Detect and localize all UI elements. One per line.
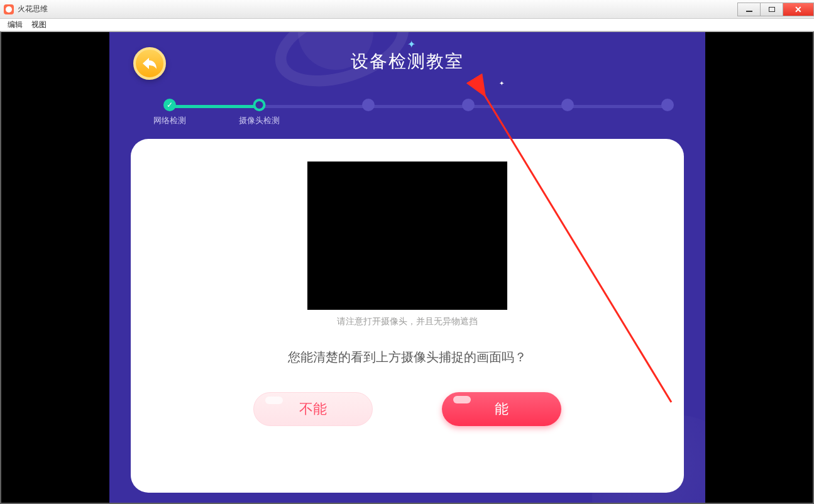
- step-6: [661, 99, 674, 115]
- yes-button-label: 能: [495, 400, 509, 419]
- window-controls: ✕: [737, 3, 814, 16]
- titlebar-left: 火花思维: [4, 4, 48, 14]
- step-5: [561, 99, 574, 115]
- step-pending-icon: [362, 99, 375, 111]
- camera-preview: [307, 162, 507, 310]
- step-current-icon: [253, 99, 265, 111]
- step-camera: 摄像头检测: [239, 99, 280, 126]
- step-pending-icon: [462, 99, 475, 111]
- menubar: 编辑 视图: [0, 19, 814, 31]
- minimize-icon: [746, 11, 752, 12]
- decoration-sparkle: ✦: [499, 80, 504, 87]
- step-label: 摄像头检测: [239, 115, 280, 126]
- step-pending-icon: [661, 99, 674, 111]
- progress-bar: ✓ 网络检测 摄像头检测: [170, 99, 668, 114]
- decoration-sparkle: ✦: [407, 38, 415, 50]
- no-button[interactable]: 不能: [253, 392, 373, 426]
- hint-text: 请注意打开摄像头，并且无异物遮挡: [337, 316, 478, 327]
- titlebar: 火花思维 ✕: [0, 0, 814, 19]
- menu-view[interactable]: 视图: [28, 19, 50, 31]
- minimize-button[interactable]: [737, 3, 760, 16]
- app-window: 火花思维 ✕ 编辑 视图 ✦ ✦ 设备检测教室: [0, 0, 814, 504]
- close-button[interactable]: ✕: [783, 3, 814, 16]
- question-text: 您能清楚的看到上方摄像头捕捉的画面吗？: [288, 349, 527, 366]
- menu-edit[interactable]: 编辑: [4, 19, 26, 31]
- test-card: 请注意打开摄像头，并且无异物遮挡 您能清楚的看到上方摄像头捕捉的画面吗？ 不能 …: [131, 139, 684, 493]
- yes-button[interactable]: 能: [442, 392, 561, 426]
- maximize-icon: [769, 7, 775, 12]
- step-4: [462, 99, 475, 115]
- app-icon: [4, 4, 14, 14]
- step-label: 网络检测: [153, 115, 186, 126]
- step-network: ✓ 网络检测: [153, 99, 186, 126]
- page-title: 设备检测教室: [109, 50, 705, 74]
- content-area: ✦ ✦ 设备检测教室 ✓ 网络检测 摄像头检测: [0, 31, 814, 504]
- no-button-label: 不能: [299, 400, 327, 419]
- step-3: [362, 99, 375, 115]
- window-title: 火花思维: [18, 4, 48, 14]
- step-done-icon: ✓: [163, 99, 176, 111]
- close-icon: ✕: [795, 4, 802, 14]
- stage: ✦ ✦ 设备检测教室 ✓ 网络检测 摄像头检测: [109, 32, 705, 503]
- maximize-button[interactable]: [760, 3, 783, 16]
- button-row: 不能 能: [253, 392, 561, 426]
- step-pending-icon: [561, 99, 574, 111]
